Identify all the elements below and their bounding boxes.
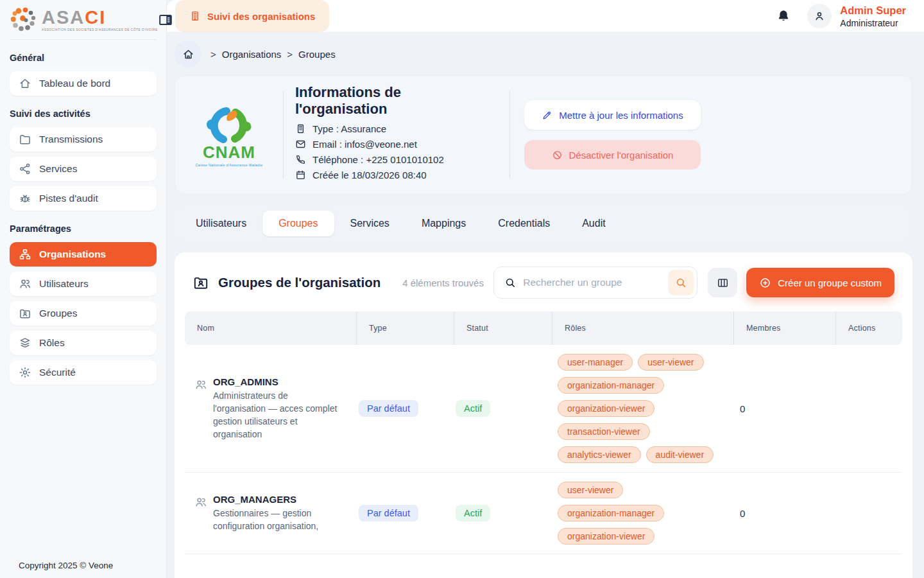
tab-mappings[interactable]: Mappings [406,211,482,236]
column-header-statut: Statut [454,311,552,345]
user-name: Admin Super [840,4,906,17]
sidebar-item-label: Pistes d'audit [39,193,98,204]
deactivate-org-button[interactable]: Désactiver l'organisation [524,140,701,170]
update-info-button[interactable]: Mettre à jour les informations [524,100,701,130]
envelope-icon [295,139,306,150]
tab-services[interactable]: Services [334,211,406,236]
roles-chips: user-manager user-viewer organization-ma… [552,354,726,463]
breadcrumb-organisations[interactable]: Organisations [222,49,282,60]
sidebar-item-label: Utilisateurs [39,278,89,290]
search-submit-button[interactable] [668,270,694,295]
sidebar-item-label: Organisations [39,249,106,260]
group-description: Gestionnaires — gestion configuration or… [213,507,343,532]
sidebar-item-label: Transmissions [39,134,103,145]
users-icon [19,277,31,290]
group-search-box [493,267,697,299]
tab-audit[interactable]: Audit [566,211,621,236]
columns-toggle-button[interactable] [708,268,737,297]
role-chip: user-viewer [558,482,623,498]
role-chip: analytics-viewer [558,446,641,463]
page-content: > Organisations > Groupes CNAM [167,33,924,578]
organisation-info-card: CNAM Caisse Nationale d'Assurance Maladi… [175,75,912,195]
main-area: Suivi des organisations Admin Super Admi… [167,0,924,578]
table-row[interactable]: ORG_MANAGERS Gestionnaires — gestion con… [185,473,902,554]
sidebar-item-services[interactable]: Services [10,157,157,181]
breadcrumb-home-icon[interactable] [175,40,201,67]
status-badge: Actif [456,400,490,417]
org-phone: Téléphone : +225 0101010102 [312,154,444,165]
sidebar-item-transmissions[interactable]: Transmissions [10,127,157,152]
breadcrumb-separator: > [287,49,293,60]
sidebar-item-utilisateurs[interactable]: Utilisateurs [10,272,157,296]
home-icon [19,77,31,90]
role-chip: organization-viewer [558,528,654,545]
sidebar-section-activites: Suivi des activités [10,109,157,119]
user-menu[interactable]: Admin Super Administrateur [840,4,906,28]
suivi-organisations-button[interactable]: Suivi des organisations [175,0,329,32]
sidebar-logo-row: ASACI ASSOCIATION DES SOCIETES D'ASSURAN… [10,0,157,40]
sidebar-collapse-icon[interactable] [158,12,173,28]
column-header-type: Type [356,311,454,345]
pencil-icon [542,110,552,121]
app-root: ASACI ASSOCIATION DES SOCIETES D'ASSURAN… [0,0,924,578]
column-header-actions: Actions [835,311,902,345]
tab-utilisateurs[interactable]: Utilisateurs [180,211,262,236]
tab-credentials[interactable]: Credentials [482,211,566,236]
column-header-roles: Rôles [552,311,733,345]
tab-groupes[interactable]: Groupes [262,211,334,236]
sidebar-item-groupes[interactable]: Groupes [10,301,157,326]
sidebar-item-organisations[interactable]: Organisations [10,242,157,267]
asaci-wordmark: ASACI ASSOCIATION DES SOCIETES D'ASSURAN… [42,8,158,31]
deactivate-org-label: Désactiver l'organisation [569,150,674,161]
sidebar-item-label: Tableau de bord [39,78,110,89]
sidebar-section-parametrages: Paramétrages [10,223,157,234]
create-group-button[interactable]: Créer un groupe custom [746,268,894,297]
cnam-logo-text: CNAM [203,143,255,162]
user-role: Administrateur [840,18,906,28]
search-icon [504,277,517,289]
column-header-membres: Membres [733,311,835,345]
breadcrumb-separator: > [210,49,216,60]
sidebar-item-roles[interactable]: Rôles [10,331,157,355]
building-icon [295,123,306,134]
create-group-label: Créer un groupe custom [778,277,882,288]
role-chip: transaction-viewer [558,423,650,440]
status-badge: Actif [456,505,490,521]
users-icon [194,496,207,532]
brand-accent: CI [85,7,106,28]
table-header: Nom Type Statut Rôles Membres Actions [185,311,902,345]
sidebar-item-label: Sécurité [39,367,76,378]
org-tabs: Utilisateurs Groupes Services Mappings C… [175,206,912,241]
type-badge: Par défaut [359,505,418,521]
results-count: 4 éléments trouvés [402,277,484,288]
org-email: Email : infos@veone.net [312,139,417,150]
share-network-icon [19,162,31,175]
user-avatar[interactable] [807,4,832,28]
group-name: ORG_ADMINS [213,376,343,387]
calendar-icon [295,170,306,180]
groups-panel: Groupes de l'organisation 4 éléments tro… [175,252,912,578]
brand-tagline: ASSOCIATION DES SOCIETES D'ASSURANCES DE… [42,28,158,31]
breadcrumb-groupes[interactable]: Groupes [298,49,336,60]
group-search-input[interactable] [523,277,662,288]
ban-icon [552,150,563,161]
sidebar-item-label: Groupes [39,308,77,319]
breadcrumb: > Organisations > Groupes [175,39,912,69]
sidebar-item-securite[interactable]: Sécurité [10,360,157,385]
folder-user-icon [193,274,209,291]
sidebar-item-tableau-de-bord[interactable]: Tableau de bord [10,71,157,96]
phone-icon [295,154,306,165]
copyright-text: Copyright 2025 © Veone [19,561,113,570]
groups-panel-title: Groupes de l'organisation [218,275,381,290]
table-row[interactable]: ORG_ADMINS Administrateurs de l'organisa… [185,345,902,473]
roles-chips: user-viewer organization-manager organiz… [552,482,726,545]
notifications-bell-icon[interactable] [776,8,791,24]
sidebar-item-pistes-audit[interactable]: Pistes d'audit [10,186,157,211]
plus-circle-icon [759,277,771,289]
sidebar: ASACI ASSOCIATION DES SOCIETES D'ASSURAN… [0,0,167,578]
role-chip: organization-viewer [558,400,654,417]
gear-icon [19,366,31,379]
group-description: Administrateurs de l'organisation — acce… [213,389,343,441]
organisation-logo: CNAM Caisse Nationale d'Assurance Maladi… [175,76,283,194]
role-chip: audit-viewer [646,446,714,463]
